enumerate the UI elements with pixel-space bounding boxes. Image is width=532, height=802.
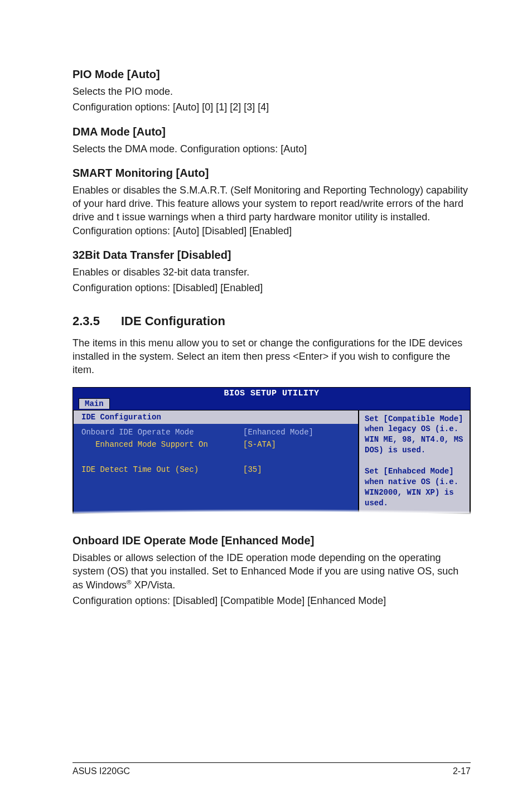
bios-tab-row: Main: [73, 398, 470, 410]
bios-panel-title: IDE Configuration: [74, 410, 358, 424]
bios-row-onboard: Onboard IDE Operate Mode [Enhanced Mode]: [81, 426, 350, 438]
heading-title: IDE Configuration: [121, 314, 225, 328]
bios-row-enhanced-support: Enhanced Mode Support On [S-ATA]: [81, 438, 350, 451]
text-pio-1: Selects the PIO mode.: [72, 85, 471, 98]
bios-left-panel: IDE Configuration Onboard IDE Operate Mo…: [73, 410, 359, 514]
text-32bit-1: Enables or disables 32-bit data transfer…: [72, 265, 471, 279]
bios-help-text: Set [Compatible Mode] when legacy OS (i.…: [365, 414, 464, 509]
text-dma-1: Selects the DMA mode. Configuration opti…: [72, 142, 471, 156]
bios-label: Onboard IDE Operate Mode: [81, 426, 243, 438]
text-onboard-1: Disables or allows selection of the IDE …: [72, 551, 471, 592]
bios-label: Enhanced Mode Support On: [81, 438, 243, 451]
footer-right: 2-17: [453, 766, 471, 776]
text-onboard-2: Configuration options: [Disabled] [Compa…: [72, 594, 471, 607]
bios-row-detect-timeout: IDE Detect Time Out (Sec) [35]: [81, 463, 350, 476]
bios-value: [S-ATA]: [243, 438, 350, 451]
heading-32bit: 32Bit Data Transfer [Disabled]: [72, 248, 471, 262]
page-footer: ASUS I220GC 2-17: [72, 762, 471, 776]
text-pio-2: Configuration options: [Auto] [0] [1] [2…: [72, 100, 471, 114]
heading-pio: PIO Mode [Auto]: [72, 67, 471, 81]
heading-smart: SMART Monitoring [Auto]: [72, 166, 471, 180]
text-onboard-1b: XP/Vista.: [132, 579, 176, 591]
bios-row-blank: [81, 451, 350, 463]
heading-onboard: Onboard IDE Operate Mode [Enhanced Mode]: [72, 533, 471, 548]
bios-screenshot: BIOS SETUP UTILITY Main IDE Configuratio…: [72, 387, 471, 514]
bios-label: IDE Detect Time Out (Sec): [81, 463, 243, 476]
bios-titlebar: BIOS SETUP UTILITY: [73, 388, 470, 398]
heading-dma: DMA Mode [Auto]: [72, 124, 471, 139]
bios-value: [Enhanced Mode]: [243, 426, 350, 438]
bios-value: [35]: [243, 463, 350, 476]
bios-help-panel: Set [Compatible Mode] when legacy OS (i.…: [359, 410, 470, 514]
bios-tab-main: Main: [79, 398, 110, 409]
text-idecfg-body: The items in this menu allow you to set …: [72, 336, 471, 377]
text-32bit-2: Configuration options: [Disabled] [Enabl…: [72, 281, 471, 294]
reg-symbol: ®: [127, 578, 132, 586]
heading-ide-config: 2.3.5 IDE Configuration: [72, 314, 471, 328]
text-smart-1: Enables or disables the S.M.A.R.T. (Self…: [72, 183, 471, 238]
footer-left: ASUS I220GC: [72, 766, 130, 776]
heading-number: 2.3.5: [72, 314, 100, 328]
